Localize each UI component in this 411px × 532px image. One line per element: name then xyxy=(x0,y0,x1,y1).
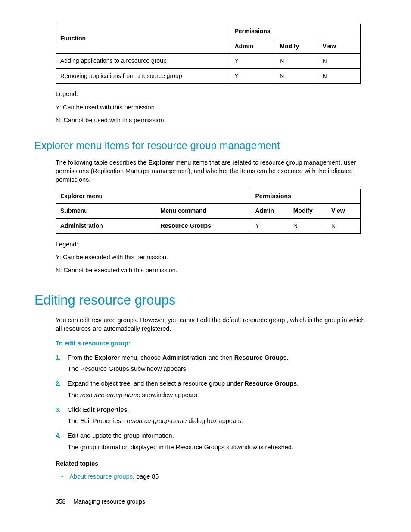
th-view: View xyxy=(327,204,361,219)
related-item: About resource groups, page 85 xyxy=(61,472,368,481)
related-topics-heading: Related topics xyxy=(56,459,368,468)
table-row: Removing applications from a resource gr… xyxy=(56,68,361,84)
legend-y: Y: Can be used with this permission. xyxy=(56,103,368,112)
th-modify: Modify xyxy=(275,39,318,54)
related-topics-list: About resource groups, page 85 xyxy=(61,472,368,481)
legend2-n: N: Cannot be executed with this permissi… xyxy=(56,266,368,274)
table-row: Adding applications to a resource group … xyxy=(56,54,361,69)
page-footer: 358 Managing resource groups xyxy=(56,498,145,506)
step-3: 3. Click Edit Properties. The Edit Prope… xyxy=(56,405,368,426)
th-permissions: Permissions xyxy=(230,24,361,39)
editing-intro: You can edit resource groups. However, y… xyxy=(56,316,368,333)
th-admin: Admin xyxy=(251,204,289,219)
footer-title: Managing resource groups xyxy=(73,498,145,505)
legend2-title: Legend: xyxy=(56,240,368,249)
editing-subheading: To edit a resource group: xyxy=(56,339,368,348)
legend-n: N: Cannot be used with this permission. xyxy=(56,116,368,124)
table-row: Administration Resource Groups Y N N xyxy=(56,218,361,233)
th-modify: Modify xyxy=(289,204,327,219)
related-link[interactable]: About resource groups xyxy=(69,473,133,480)
section-heading-editing: Editing resource groups xyxy=(34,291,368,309)
th-function: Function xyxy=(56,24,230,54)
explorer-intro: The following table describes the Explor… xyxy=(56,158,368,184)
step-1: 1. From the Explorer menu, choose Admini… xyxy=(56,353,368,373)
th-view: View xyxy=(318,39,361,54)
page-number: 358 xyxy=(56,498,65,505)
steps-list: 1. From the Explorer menu, choose Admini… xyxy=(56,353,368,451)
th-submenu: Submenu xyxy=(56,204,156,219)
section-heading-explorer: Explorer menu items for resource group m… xyxy=(34,138,368,153)
th-explorer-menu: Explorer menu xyxy=(56,189,251,204)
step-2: 2. Expand the object tree, and then sele… xyxy=(56,379,368,399)
step-4: 4. Edit and update the group information… xyxy=(56,431,368,451)
th-command: Menu command xyxy=(156,204,251,219)
th-admin: Admin xyxy=(230,39,275,54)
th-permissions: Permissions xyxy=(251,189,360,204)
permissions-table-2: Explorer menu Permissions Submenu Menu c… xyxy=(56,189,361,234)
legend2-y: Y: Can be executed with this permission. xyxy=(56,253,368,261)
legend-title: Legend: xyxy=(56,90,368,98)
permissions-table-1: Function Permissions Admin Modify View A… xyxy=(56,24,361,84)
